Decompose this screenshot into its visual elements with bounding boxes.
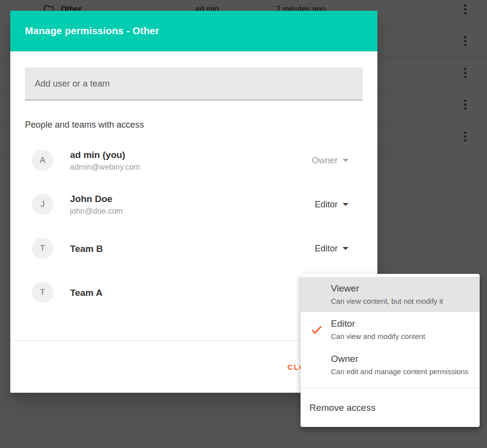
member-email: admin@webiny.com xyxy=(70,162,140,172)
menu-option-owner[interactable]: Owner Can edit and manage content permis… xyxy=(301,347,480,382)
avatar: J xyxy=(32,194,53,215)
avatar: T xyxy=(32,282,53,303)
check-icon xyxy=(310,323,323,336)
role-select-owner: Owner xyxy=(312,156,348,166)
member-row: T Team B Editor xyxy=(25,226,363,270)
member-name: ad min (you) xyxy=(70,149,140,161)
role-menu: Viewer Can view content, but not modify … xyxy=(301,274,480,427)
menu-gap xyxy=(301,382,480,388)
member-name: Team B xyxy=(70,243,103,255)
option-label: Viewer xyxy=(331,282,470,295)
chevron-down-icon xyxy=(343,159,348,162)
option-label: Owner xyxy=(331,352,470,365)
option-description: Can view and modify content xyxy=(331,331,470,341)
avatar: A xyxy=(32,150,53,171)
chevron-down-icon xyxy=(343,203,348,206)
option-description: Can view content, but not modify it xyxy=(331,296,470,306)
dialog-title: Manage permissions - Other xyxy=(25,25,159,37)
role-label: Owner xyxy=(312,156,338,166)
section-label: People and teams with access xyxy=(25,119,363,131)
role-label: Editor xyxy=(315,200,338,210)
menu-option-editor[interactable]: Editor Can view and modify content xyxy=(301,312,480,347)
role-label: Editor xyxy=(315,244,338,254)
chevron-down-icon xyxy=(343,247,348,250)
menu-option-remove-access[interactable]: Remove access xyxy=(301,388,480,427)
member-email: john@doe.com xyxy=(70,206,123,216)
member-name: Team A xyxy=(70,287,103,299)
member-name: John Doe xyxy=(70,193,123,205)
member-row: A ad min (you) admin@webiny.com Owner xyxy=(25,138,363,182)
menu-option-viewer[interactable]: Viewer Can view content, but not modify … xyxy=(301,277,480,312)
option-label: Editor xyxy=(331,317,470,330)
avatar: T xyxy=(32,238,53,259)
add-user-input[interactable]: Add user or a team xyxy=(25,67,363,100)
dialog-header: Manage permissions - Other xyxy=(10,11,377,51)
add-user-placeholder: Add user or a team xyxy=(35,79,110,89)
member-row: J John Doe john@doe.com Editor xyxy=(25,182,363,226)
role-select[interactable]: Editor xyxy=(315,244,348,254)
option-description: Can edit and manage content permissions xyxy=(331,366,470,377)
role-select[interactable]: Editor xyxy=(315,200,348,210)
